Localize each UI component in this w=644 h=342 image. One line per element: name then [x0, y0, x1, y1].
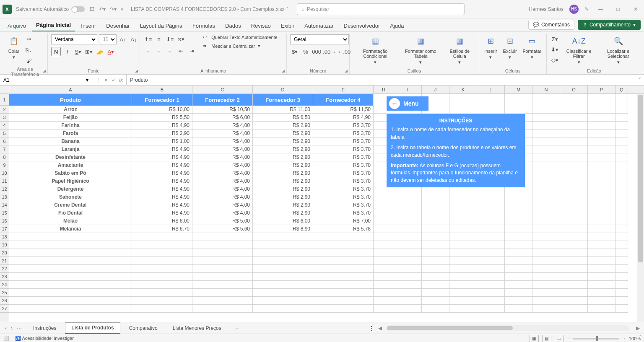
cell[interactable] — [374, 281, 394, 289]
cell[interactable] — [532, 193, 560, 201]
maximize-button[interactable]: □ — [612, 6, 624, 12]
tab-review[interactable]: Revisão — [247, 20, 275, 31]
cell[interactable]: R$ 3,70 — [313, 185, 374, 193]
enter-formula-icon[interactable]: ✓ — [112, 77, 116, 83]
cell[interactable] — [532, 249, 560, 257]
cell[interactable] — [477, 201, 505, 209]
paste-button[interactable]: 📋Colar▾ — [6, 34, 22, 60]
cell[interactable] — [394, 233, 422, 241]
scrollbar-thumb[interactable] — [638, 95, 643, 262]
cell[interactable] — [394, 257, 422, 265]
decrease-indent-button[interactable]: ⇤ — [176, 46, 185, 55]
fill-button[interactable]: ⬇▾ — [550, 45, 559, 54]
cell[interactable] — [313, 305, 374, 313]
cell[interactable] — [588, 225, 615, 233]
cell[interactable] — [615, 209, 628, 217]
cell[interactable] — [560, 233, 588, 241]
sheet-menu-icon[interactable]: ⋮ — [369, 325, 374, 331]
cell[interactable] — [374, 249, 394, 257]
cell[interactable] — [449, 209, 477, 217]
cell[interactable] — [615, 153, 628, 161]
cell[interactable] — [560, 177, 588, 185]
cell[interactable] — [505, 305, 532, 313]
cell[interactable] — [532, 265, 560, 273]
cell[interactable] — [560, 130, 588, 137]
cell[interactable] — [449, 193, 477, 201]
fill-color-button[interactable]: ◢▾ — [95, 47, 104, 56]
cell[interactable] — [560, 114, 588, 122]
row-header[interactable]: 6 — [0, 137, 9, 145]
row-header[interactable]: 21 — [0, 257, 9, 265]
cell[interactable] — [477, 289, 505, 297]
font-name-select[interactable]: Verdana — [51, 34, 97, 44]
row-header[interactable]: 26 — [0, 297, 9, 305]
cell[interactable] — [560, 153, 588, 161]
cell[interactable] — [505, 249, 532, 257]
cell[interactable] — [132, 241, 192, 249]
cell[interactable] — [313, 241, 374, 249]
dialog-launcher-icon[interactable]: ◢ — [42, 68, 47, 73]
cell[interactable] — [588, 94, 615, 106]
cell[interactable] — [449, 233, 477, 241]
cell[interactable]: R$ 2,90 — [253, 161, 313, 169]
cell[interactable] — [560, 257, 588, 265]
column-header[interactable]: Q — [615, 86, 628, 93]
cell[interactable] — [374, 209, 394, 217]
row-header[interactable]: 27 — [0, 305, 9, 313]
cell[interactable] — [192, 297, 253, 305]
cell[interactable] — [532, 114, 560, 122]
cell[interactable] — [560, 193, 588, 201]
cell[interactable] — [532, 122, 560, 130]
conditional-formatting-button[interactable]: ▦Formatação Condicional ▾ — [353, 34, 397, 65]
cell[interactable] — [422, 257, 449, 265]
undo-icon[interactable]: ↶▾ — [99, 6, 106, 12]
cell[interactable] — [505, 217, 532, 225]
cell[interactable]: R$ 3,70 — [313, 153, 374, 161]
cell[interactable] — [560, 161, 588, 169]
cell[interactable] — [422, 289, 449, 297]
borders-button[interactable]: ⊞▾ — [84, 47, 93, 56]
column-header[interactable]: B — [132, 86, 192, 93]
cell[interactable] — [449, 257, 477, 265]
cell[interactable] — [532, 161, 560, 169]
cell[interactable] — [374, 217, 394, 225]
cell[interactable] — [374, 233, 394, 241]
page-break-view-button[interactable]: ▭ — [555, 335, 564, 342]
cell[interactable] — [560, 169, 588, 177]
cell[interactable] — [192, 273, 253, 281]
cell[interactable] — [394, 281, 422, 289]
row-header[interactable]: 8 — [0, 153, 9, 161]
row-header[interactable]: 17 — [0, 225, 9, 233]
align-left-button[interactable]: ≡ — [143, 46, 153, 55]
cell[interactable] — [9, 265, 132, 273]
row-header[interactable]: 20 — [0, 249, 9, 257]
cell[interactable] — [588, 233, 615, 241]
cell[interactable] — [615, 169, 628, 177]
cell[interactable] — [588, 241, 615, 249]
column-header[interactable]: I — [394, 86, 422, 93]
cell[interactable] — [532, 130, 560, 137]
cell[interactable] — [9, 305, 132, 313]
accounting-format-button[interactable]: $▾ — [290, 47, 299, 56]
cell[interactable]: R$ 4,90 — [132, 209, 192, 217]
orientation-button[interactable]: ⤭▾ — [176, 34, 185, 44]
cell[interactable]: Sabonete — [9, 193, 132, 201]
expand-formula-bar-button[interactable]: ˅ — [636, 77, 644, 83]
align-bottom-button[interactable]: ⬇≡ — [165, 34, 174, 44]
cell[interactable]: R$ 4,00 — [192, 130, 253, 137]
column-header[interactable]: O — [560, 86, 588, 93]
cell[interactable]: R$ 11,50 — [313, 106, 374, 114]
minimize-button[interactable]: — — [595, 6, 606, 12]
tab-home[interactable]: Página Inicial — [32, 19, 75, 31]
cell[interactable] — [449, 225, 477, 233]
cell[interactable]: R$ 5,60 — [192, 225, 253, 233]
cell[interactable] — [615, 161, 628, 169]
cell[interactable] — [615, 281, 628, 289]
cell[interactable]: R$ 3,70 — [313, 169, 374, 177]
merge-center-button[interactable]: ⬌ Mesclar e Centralizar ▾ — [203, 43, 278, 49]
formula-input[interactable]: Produto — [127, 77, 636, 83]
cell[interactable]: R$ 4,90 — [132, 193, 192, 201]
cell[interactable] — [505, 273, 532, 281]
delete-cells-button[interactable]: ⊟Excluir ▾ — [501, 34, 519, 60]
cell[interactable] — [422, 297, 449, 305]
